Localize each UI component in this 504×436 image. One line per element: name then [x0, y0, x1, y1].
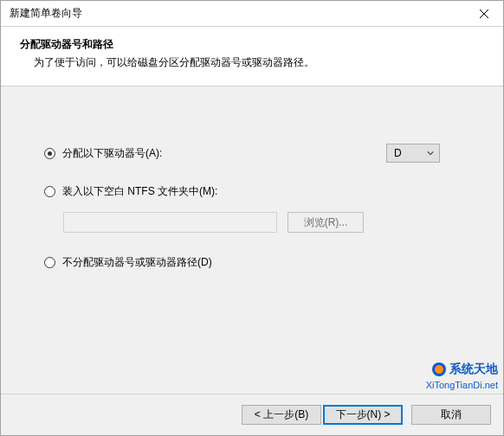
- page-description: 为了便于访问，可以给磁盘分区分配驱动器号或驱动器路径。: [20, 55, 484, 70]
- radio-mount-folder[interactable]: [44, 186, 55, 197]
- chevron-down-icon: [427, 150, 434, 157]
- wizard-content: 分配以下驱动器号(A): D 装入以下空白 NTFS 文件夹中(M): 浏览(R…: [1, 87, 503, 307]
- wizard-header: 分配驱动器号和路径 为了便于访问，可以给磁盘分区分配驱动器号或驱动器路径。: [1, 27, 503, 87]
- close-icon: [480, 10, 488, 18]
- option-mount-label: 装入以下空白 NTFS 文件夹中(M):: [62, 184, 217, 199]
- wizard-footer: < 上一步(B) 下一步(N) > 取消: [1, 394, 503, 435]
- back-button[interactable]: < 上一步(B): [242, 405, 321, 425]
- page-title: 分配驱动器号和路径: [20, 37, 484, 52]
- watermark-brand: 系统天地: [449, 362, 498, 377]
- watermark-url: XiTongTianDi.net: [426, 380, 498, 390]
- next-button[interactable]: 下一步(N) >: [323, 405, 403, 425]
- close-button[interactable]: [464, 1, 503, 27]
- option-assign-letter[interactable]: 分配以下驱动器号(A): D: [44, 143, 468, 164]
- cancel-button[interactable]: 取消: [411, 405, 491, 425]
- option-mount-folder[interactable]: 装入以下空白 NTFS 文件夹中(M):: [44, 181, 468, 202]
- watermark-icon: [431, 362, 447, 377]
- mount-path-input: [63, 212, 277, 233]
- browse-button: 浏览(R)...: [288, 212, 364, 233]
- svg-point-2: [432, 362, 446, 376]
- svg-point-3: [435, 365, 443, 374]
- radio-no-assign[interactable]: [44, 257, 55, 268]
- drive-letter-value: D: [394, 147, 402, 159]
- option-no-assign[interactable]: 不分配驱动器号或驱动器路径(D): [44, 252, 468, 272]
- option-assign-label: 分配以下驱动器号(A):: [62, 146, 162, 161]
- mount-path-row: 浏览(R)...: [63, 212, 468, 233]
- drive-letter-select[interactable]: D: [386, 144, 440, 163]
- option-none-label: 不分配驱动器号或驱动器路径(D): [62, 255, 212, 270]
- window-title: 新建简单卷向导: [10, 6, 82, 21]
- watermark: 系统天地 XiTongTianDi.net: [426, 362, 498, 390]
- radio-assign-letter[interactable]: [44, 148, 55, 159]
- titlebar: 新建简单卷向导: [1, 1, 503, 27]
